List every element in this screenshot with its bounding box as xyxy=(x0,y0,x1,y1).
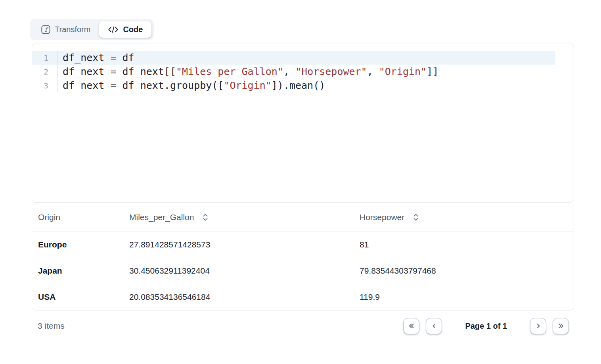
double-chevron-right-icon xyxy=(557,322,565,330)
prev-page-button[interactable] xyxy=(426,318,442,334)
function-icon: f xyxy=(41,25,50,34)
chevron-left-icon xyxy=(431,322,438,330)
column-header-horsepower[interactable]: Horsepower xyxy=(354,203,574,232)
code-string-token: "Origin" xyxy=(379,66,427,77)
svg-text:f: f xyxy=(45,26,49,33)
double-chevron-left-icon xyxy=(408,322,415,330)
tab-transform-label: Transform xyxy=(55,25,90,34)
cell-horsepower: 119.9 xyxy=(354,284,574,310)
code-line-text: df_next = df_next[["Miles_per_Gallon", "… xyxy=(57,66,438,77)
code-editor[interactable]: 1 df_next = df 2 df_next = df_next[["Mil… xyxy=(32,44,574,203)
code-string-token: "Origin" xyxy=(224,80,271,91)
line-number: 2 xyxy=(32,65,57,79)
cell-miles-per-gallon: 20.083534136546184 xyxy=(123,284,354,310)
column-header-origin: Origin xyxy=(32,203,123,232)
code-token: df_next = df xyxy=(63,52,134,63)
tab-code-label: Code xyxy=(123,25,143,34)
first-page-button[interactable] xyxy=(403,318,419,334)
results-table: Origin Miles_per_Gallon Horsepower xyxy=(32,203,574,310)
code-string-token: "Miles_per_Gallon" xyxy=(176,66,283,77)
cell-origin: Europe xyxy=(32,232,123,258)
column-header-miles-per-gallon[interactable]: Miles_per_Gallon xyxy=(123,203,354,232)
table-footer: 3 items Page 1 of 1 xyxy=(32,317,574,335)
code-string-token: "Horsepower" xyxy=(295,66,367,77)
dataframe-transform-panel: f Transform Code 1 df_next = df 2 df_nex… xyxy=(0,0,601,335)
page-indicator: Page 1 of 1 xyxy=(465,322,507,331)
view-mode-tabs: f Transform Code xyxy=(30,19,154,40)
cell-origin: USA xyxy=(32,284,123,310)
table-header-row: Origin Miles_per_Gallon Horsepower xyxy=(32,203,574,232)
sort-icon xyxy=(413,213,419,221)
cell-miles-per-gallon: 30.450632911392404 xyxy=(123,258,354,284)
line-number: 1 xyxy=(32,51,57,65)
code-token: df_next = df_next[[ xyxy=(63,66,176,77)
code-line-active: 1 df_next = df xyxy=(32,51,555,65)
cell-horsepower: 79.83544303797468 xyxy=(354,258,574,284)
table-row: Japan 30.450632911392404 79.835443037974… xyxy=(32,258,574,284)
last-page-button[interactable] xyxy=(553,318,569,334)
column-label: Horsepower xyxy=(360,213,404,222)
code-token: ]] xyxy=(427,66,438,77)
column-label: Origin xyxy=(38,213,60,222)
cell-miles-per-gallon: 27.891428571428573 xyxy=(123,232,354,258)
code-line: 2 df_next = df_next[["Miles_per_Gallon",… xyxy=(32,65,555,79)
cell-origin: Japan xyxy=(32,258,123,284)
code-icon xyxy=(108,26,119,33)
code-line: 3 df_next = df_next.groupby(["Origin"]).… xyxy=(32,79,555,92)
line-number: 3 xyxy=(32,79,57,92)
code-token: , xyxy=(367,66,379,77)
chevron-right-icon xyxy=(535,322,542,330)
tab-transform[interactable]: f Transform xyxy=(33,21,99,38)
cell-horsepower: 81 xyxy=(354,232,574,258)
code-token: , xyxy=(283,66,295,77)
code-lines: 1 df_next = df 2 df_next = df_next[["Mil… xyxy=(32,51,555,92)
code-token: df_next = df_next.groupby([ xyxy=(63,80,224,91)
code-line-text: df_next = df_next.groupby(["Origin"]).me… xyxy=(57,80,325,91)
table-row: USA 20.083534136546184 119.9 xyxy=(32,284,574,310)
table-row: Europe 27.891428571428573 81 xyxy=(32,232,574,258)
tab-code[interactable]: Code xyxy=(99,21,151,38)
code-line-text: df_next = df xyxy=(57,52,134,63)
pagination: Page 1 of 1 xyxy=(403,318,574,334)
code-token: ]).mean() xyxy=(272,80,325,91)
column-label: Miles_per_Gallon xyxy=(129,213,194,222)
next-page-button[interactable] xyxy=(530,318,546,334)
sort-icon xyxy=(203,213,208,221)
items-count: 3 items xyxy=(32,321,65,331)
